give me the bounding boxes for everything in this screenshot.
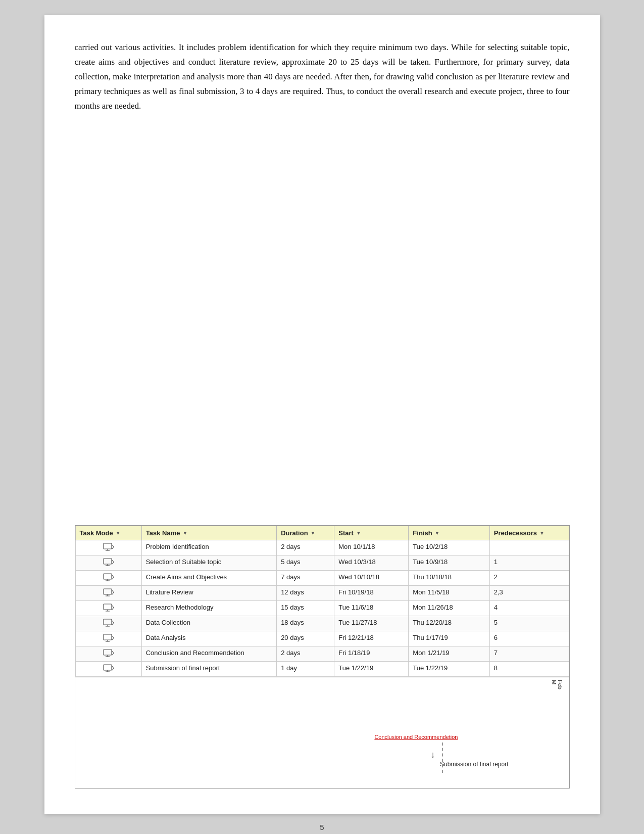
svg-rect-21 — [104, 650, 112, 655]
task-start-cell: Mon 10/1/18 — [334, 540, 409, 555]
table-row: Problem Identification2 daysMon 10/1/18T… — [75, 540, 569, 555]
task-name-cell: Data Analysis — [141, 631, 276, 646]
task-mode-icon — [103, 621, 114, 628]
task-start-cell: Wed 10/3/18 — [334, 555, 409, 571]
task-duration-cell: 12 days — [277, 586, 334, 601]
task-start-cell: Tue 11/6/18 — [334, 601, 409, 616]
task-duration-cell: 2 days — [277, 540, 334, 555]
task-finish-cell: Mon 11/26/18 — [409, 601, 489, 616]
task-duration-cell: 7 days — [277, 571, 334, 586]
task-name-cell: Research Methodology — [141, 601, 276, 616]
svg-rect-3 — [104, 559, 112, 564]
page-number: 5 — [320, 823, 324, 831]
table-row: Conclusion and Recommendetion2 daysFri 1… — [75, 646, 569, 662]
task-predecessors-cell: 2,3 — [489, 586, 569, 601]
table-row: Research Methodology15 daysTue 11/6/18Mo… — [75, 601, 569, 616]
th-pred-arrow[interactable]: ▼ — [539, 530, 544, 536]
task-duration-cell: 20 days — [277, 631, 334, 646]
th-fin-arrow[interactable]: ▼ — [435, 530, 440, 536]
chart-conclusion-label: Conclusion and Recommendetion — [374, 734, 458, 740]
task-predecessors-cell: 1 — [489, 555, 569, 571]
task-mode-cell — [75, 601, 141, 616]
task-finish-cell: Mon 1/21/19 — [409, 646, 489, 662]
task-name-cell: Problem Identification — [141, 540, 276, 555]
th-task-name: Task Name ▼ — [141, 526, 276, 540]
th-pred-label: Predecessors — [494, 529, 537, 537]
svg-rect-9 — [104, 589, 112, 594]
task-name-cell: Create Aims and Objectives — [141, 571, 276, 586]
task-name-cell: Data Collection — [141, 616, 276, 631]
task-duration-cell: 15 days — [277, 601, 334, 616]
table-row: Selection of Suitable topic5 daysWed 10/… — [75, 555, 569, 571]
chart-inner: Conclusion and Recommendetion ↓ Submissi… — [75, 677, 569, 788]
table-row: Data Analysis20 daysFri 12/21/18Thu 1/17… — [75, 631, 569, 646]
task-mode-cell — [75, 540, 141, 555]
task-start-cell: Fri 1/18/19 — [334, 646, 409, 662]
task-predecessors-cell: 6 — [489, 631, 569, 646]
task-duration-cell: 1 day — [277, 662, 334, 677]
spacer — [75, 128, 570, 520]
task-predecessors-cell: 7 — [489, 646, 569, 662]
task-mode-cell — [75, 555, 141, 571]
table-row: Data Collection18 daysTue 11/27/18Thu 12… — [75, 616, 569, 631]
task-finish-cell: Tue 10/2/18 — [409, 540, 489, 555]
task-start-cell: Wed 10/10/18 — [334, 571, 409, 586]
th-duration: Duration ▼ — [277, 526, 334, 540]
chart-arrow-icon: ↓ — [431, 750, 435, 760]
th-dur-arrow[interactable]: ▼ — [311, 530, 316, 536]
svg-rect-15 — [104, 619, 112, 625]
gantt-tbody: Problem Identification2 daysMon 10/1/18T… — [75, 540, 569, 677]
svg-rect-6 — [104, 574, 112, 579]
th-start-label: Start — [338, 529, 354, 537]
task-mode-cell — [75, 616, 141, 631]
task-finish-cell: Tue 1/22/19 — [409, 662, 489, 677]
svg-rect-18 — [104, 634, 112, 640]
task-mode-icon — [103, 575, 114, 583]
page: carried out various activities. It inclu… — [44, 15, 600, 814]
gantt-table-container: Task Mode ▼ Task Name ▼ Duration ▼ — [75, 525, 570, 677]
th-finish: Finish ▼ — [409, 526, 489, 540]
task-mode-icon — [103, 636, 114, 643]
th-start-arrow[interactable]: ▼ — [356, 530, 361, 536]
task-name-cell: Selection of Suitable topic — [141, 555, 276, 571]
task-mode-icon — [103, 651, 114, 659]
gantt-table: Task Mode ▼ Task Name ▼ Duration ▼ — [75, 526, 569, 677]
task-duration-cell: 5 days — [277, 555, 334, 571]
task-mode-icon — [103, 545, 114, 552]
th-mode-label: Task Mode — [80, 529, 113, 537]
table-row: Create Aims and Objectives7 daysWed 10/1… — [75, 571, 569, 586]
task-mode-icon — [103, 606, 114, 613]
task-name-cell: Conclusion and Recommendetion — [141, 646, 276, 662]
th-start: Start ▼ — [334, 526, 409, 540]
task-finish-cell: Thu 1/17/19 — [409, 631, 489, 646]
task-finish-cell: Thu 10/18/18 — [409, 571, 489, 586]
task-predecessors-cell: 4 — [489, 601, 569, 616]
gantt-chart-area: Conclusion and Recommendetion ↓ Submissi… — [75, 677, 570, 789]
task-duration-cell: 2 days — [277, 646, 334, 662]
task-name-cell: Litrature Review — [141, 586, 276, 601]
task-duration-cell: 18 days — [277, 616, 334, 631]
task-name-cell: Submission of final report — [141, 662, 276, 677]
task-mode-icon — [103, 560, 114, 568]
th-name-arrow[interactable]: ▼ — [182, 530, 187, 536]
th-mode-arrow[interactable]: ▼ — [116, 530, 121, 536]
task-predecessors-cell: 5 — [489, 616, 569, 631]
task-mode-cell — [75, 586, 141, 601]
th-fin-label: Finish — [413, 529, 432, 537]
task-mode-cell — [75, 646, 141, 662]
task-predecessors-cell: 8 — [489, 662, 569, 677]
th-dur-label: Duration — [281, 529, 308, 537]
task-start-cell: Tue 1/22/19 — [334, 662, 409, 677]
task-start-cell: Tue 11/27/18 — [334, 616, 409, 631]
chart-dashed-line — [442, 743, 443, 773]
feb-label: FebM — [551, 680, 563, 689]
task-mode-cell — [75, 631, 141, 646]
task-finish-cell: Tue 10/9/18 — [409, 555, 489, 571]
task-start-cell: Fri 10/19/18 — [334, 586, 409, 601]
svg-rect-24 — [104, 665, 112, 670]
task-mode-cell — [75, 571, 141, 586]
task-predecessors-cell: 2 — [489, 571, 569, 586]
svg-rect-0 — [104, 543, 112, 549]
table-row: Litrature Review12 daysFri 10/19/18Mon 1… — [75, 586, 569, 601]
task-start-cell: Fri 12/21/18 — [334, 631, 409, 646]
